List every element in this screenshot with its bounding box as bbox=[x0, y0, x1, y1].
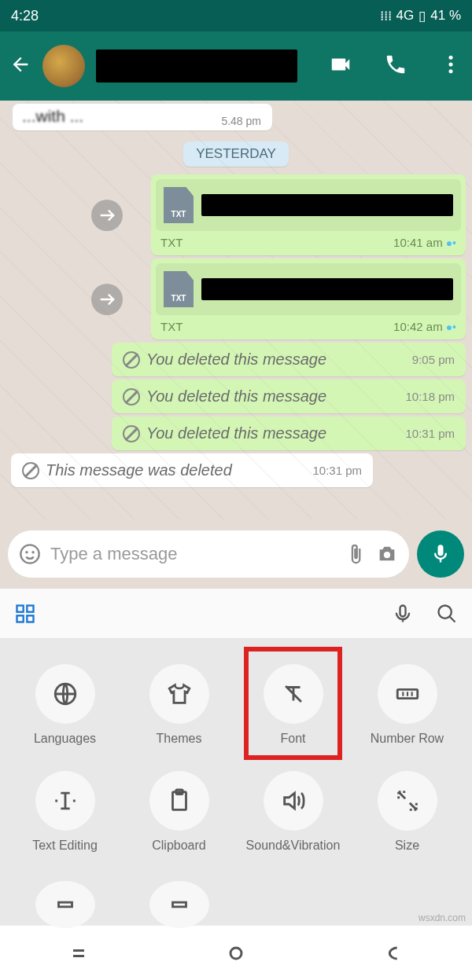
signal-icon: ⁞⁞⁞ bbox=[380, 8, 392, 24]
kb-more-2[interactable] bbox=[122, 865, 236, 912]
incoming-message[interactable]: ...with ... 5.48 pm bbox=[13, 104, 272, 130]
svg-point-2 bbox=[449, 69, 453, 73]
svg-rect-18 bbox=[172, 902, 186, 907]
prohibited-icon bbox=[22, 462, 39, 479]
attach-icon[interactable] bbox=[345, 543, 367, 565]
txt-file-icon: TXT bbox=[164, 271, 194, 307]
file-ext: TXT bbox=[160, 236, 183, 249]
kb-label: Size bbox=[395, 839, 419, 853]
kb-clipboard[interactable]: Clipboard bbox=[122, 758, 236, 865]
file-message[interactable]: TXT TXT 10:41 am ●• bbox=[151, 174, 466, 255]
message-input[interactable]: Type a message bbox=[8, 530, 409, 578]
resize-icon bbox=[394, 787, 421, 814]
svg-rect-7 bbox=[17, 605, 24, 611]
kb-size[interactable]: Size bbox=[350, 758, 464, 865]
number-row-icon bbox=[394, 681, 421, 707]
forward-button[interactable] bbox=[91, 284, 123, 315]
text-cursor-icon bbox=[52, 787, 79, 814]
nav-recent[interactable] bbox=[68, 942, 90, 964]
svg-point-5 bbox=[31, 551, 35, 554]
back-button[interactable] bbox=[9, 53, 31, 79]
status-time: 4:28 bbox=[11, 8, 39, 24]
generic-icon bbox=[52, 891, 79, 918]
file-message[interactable]: TXT TXT 10:42 am ●• bbox=[151, 259, 466, 340]
video-call-button[interactable] bbox=[329, 53, 352, 79]
file-name-redacted bbox=[201, 278, 453, 300]
kb-themes[interactable]: Themes bbox=[122, 651, 236, 758]
keyboard-toolbar bbox=[0, 589, 472, 639]
file-time: 10:41 am ●• bbox=[393, 236, 456, 249]
chat-area: ...with ... 5.48 pm YESTERDAY TXT TXT 10… bbox=[0, 101, 472, 519]
file-name-redacted bbox=[201, 194, 453, 216]
emoji-icon[interactable] bbox=[19, 543, 41, 565]
input-placeholder: Type a message bbox=[50, 544, 335, 564]
camera-icon[interactable] bbox=[376, 543, 398, 565]
svg-point-4 bbox=[25, 551, 28, 554]
kb-number-row[interactable]: Number Row bbox=[350, 651, 464, 758]
svg-point-6 bbox=[384, 552, 390, 558]
svg-rect-9 bbox=[17, 615, 24, 622]
network-label: 4G bbox=[396, 8, 415, 24]
kb-font[interactable]: Font bbox=[236, 651, 350, 758]
clipboard-icon bbox=[166, 787, 193, 814]
kb-label: Sound&Vibration bbox=[246, 839, 341, 853]
prohibited-icon bbox=[123, 388, 140, 406]
svg-rect-10 bbox=[27, 615, 33, 622]
kb-text-editing[interactable]: Text Editing bbox=[8, 758, 122, 865]
chat-header bbox=[0, 31, 472, 101]
prohibited-icon bbox=[123, 351, 140, 369]
read-ticks-icon: ●• bbox=[446, 237, 456, 249]
search-icon[interactable] bbox=[436, 603, 458, 625]
message-text: ...with ... bbox=[22, 107, 83, 125]
highlight-box bbox=[244, 647, 342, 760]
kb-label: Languages bbox=[34, 732, 96, 746]
kb-label: Clipboard bbox=[152, 839, 205, 853]
file-ext: TXT bbox=[160, 320, 183, 333]
kb-languages[interactable]: Languages bbox=[8, 651, 122, 758]
svg-rect-11 bbox=[400, 605, 406, 616]
message-time: 5.48 pm bbox=[221, 115, 261, 127]
svg-point-12 bbox=[439, 605, 452, 618]
kb-label: Number Row bbox=[371, 732, 444, 746]
watermark: wsxdn.com bbox=[419, 912, 466, 923]
navigation-bar bbox=[0, 925, 472, 980]
outgoing-file-row: TXT TXT 10:41 am ●• bbox=[6, 174, 466, 255]
forward-button[interactable] bbox=[91, 200, 123, 231]
menu-button[interactable] bbox=[439, 53, 463, 79]
file-time: 10:42 am ●• bbox=[393, 320, 456, 333]
message-input-area: Type a message bbox=[0, 519, 472, 589]
txt-file-icon: TXT bbox=[164, 187, 194, 223]
nav-back[interactable] bbox=[382, 942, 404, 964]
battery-level: 41 % bbox=[430, 8, 461, 24]
svg-point-19 bbox=[230, 948, 242, 959]
globe-icon bbox=[52, 681, 79, 707]
read-ticks-icon: ●• bbox=[446, 321, 456, 333]
svg-rect-8 bbox=[27, 605, 33, 611]
kb-sound[interactable]: Sound&Vibration bbox=[236, 758, 350, 865]
status-right: ⁞⁞⁞ 4G ▯41 % bbox=[380, 8, 461, 24]
voice-type-icon[interactable] bbox=[392, 603, 414, 625]
kb-more-1[interactable] bbox=[8, 865, 122, 912]
speaker-icon bbox=[280, 787, 307, 814]
contact-avatar[interactable] bbox=[42, 45, 85, 87]
svg-point-1 bbox=[449, 63, 453, 67]
shirt-icon bbox=[166, 681, 193, 707]
contact-name-redacted[interactable] bbox=[96, 50, 297, 83]
svg-point-0 bbox=[449, 56, 453, 60]
nav-home[interactable] bbox=[225, 942, 247, 964]
voice-call-button[interactable] bbox=[384, 53, 407, 79]
kb-label: Themes bbox=[157, 732, 202, 746]
kb-label: Text Editing bbox=[32, 839, 98, 853]
battery-icon: ▯ bbox=[419, 8, 426, 24]
generic-icon bbox=[166, 891, 193, 918]
svg-rect-17 bbox=[58, 902, 72, 907]
keyboard-settings-panel: Languages Themes Font Number Row Text Ed… bbox=[0, 639, 472, 925]
keyboard-menu-icon[interactable] bbox=[14, 603, 36, 625]
status-bar: 4:28 ⁞⁞⁞ 4G ▯41 % bbox=[0, 0, 472, 31]
outgoing-file-row: TXT TXT 10:42 am ●• bbox=[6, 259, 466, 340]
svg-point-3 bbox=[20, 545, 39, 563]
prohibited-icon bbox=[123, 425, 140, 442]
mic-button[interactable] bbox=[417, 530, 464, 578]
